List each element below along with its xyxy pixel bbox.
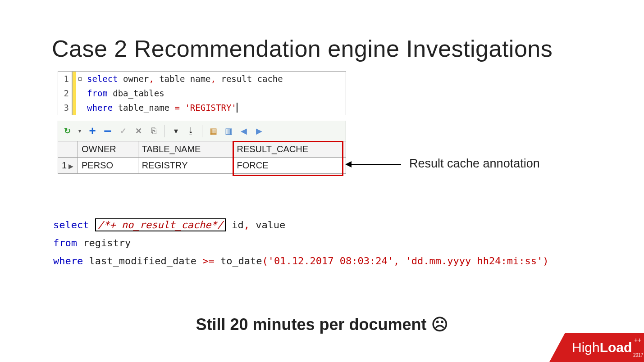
- cancel-icon[interactable]: ✕: [133, 126, 144, 136]
- filter-dropdown-icon[interactable]: ▾: [170, 126, 181, 136]
- code-line: from dba_tables: [84, 86, 346, 100]
- gutter-highlight: [73, 72, 76, 86]
- cell-table-name[interactable]: REGISTRY: [138, 158, 233, 174]
- table-row[interactable]: 1▶ PERSO REGISTRY FORCE: [58, 158, 346, 174]
- prev-icon[interactable]: ◀: [238, 126, 249, 136]
- add-row-icon[interactable]: +: [87, 126, 98, 136]
- sql-editor: 1 ⊟ select owner, table_name, result_cac…: [58, 71, 346, 115]
- confirm-icon[interactable]: ✓: [118, 126, 128, 136]
- cell-owner[interactable]: PERSO: [78, 158, 138, 174]
- conclusion-text: Still 20 minutes per document ☹: [0, 315, 644, 334]
- grid-view-icon[interactable]: ▦: [208, 126, 219, 136]
- gutter-highlight: [73, 100, 76, 115]
- modified-query: select /*+ no_result_cache*/ id, value f…: [53, 216, 548, 270]
- fold-toggle[interactable]: ⊟: [76, 72, 84, 86]
- last-row-icon[interactable]: ⭳: [186, 126, 196, 136]
- row-number-cell: 1▶: [58, 158, 78, 174]
- row-indicator-icon: ▶: [69, 163, 73, 170]
- arrow-head-icon: [345, 161, 352, 167]
- refresh-icon[interactable]: ↻: [62, 126, 73, 136]
- col-header-result-cache[interactable]: RESULT_CACHE: [233, 141, 346, 158]
- code-line: where table_name = 'REGISTRY': [84, 100, 346, 115]
- svg-text:HighLoad: HighLoad: [572, 340, 632, 355]
- next-icon[interactable]: ▶: [254, 126, 265, 136]
- col-header-table-name[interactable]: TABLE_NAME: [138, 141, 233, 158]
- code-line: select owner, table_name, result_cache: [84, 72, 346, 86]
- fold-gutter: [76, 100, 84, 115]
- row-header-blank: [58, 141, 78, 158]
- toolbar-separator: [164, 125, 165, 137]
- cell-result-cache[interactable]: FORCE: [233, 158, 346, 174]
- single-record-icon[interactable]: ▥: [223, 126, 234, 136]
- col-header-owner[interactable]: OWNER: [78, 141, 138, 158]
- arrow-line: [352, 164, 401, 165]
- svg-text:++: ++: [634, 336, 641, 344]
- slide-title: Case 2 Recommendation engine Investigati…: [52, 35, 553, 62]
- results-toolbar: ↻ ▾ + − ✓ ✕ ⎘ ▾ ⭳ ▦ ▥ ◀ ▶: [58, 121, 346, 141]
- commit-icon[interactable]: ⎘: [148, 126, 159, 136]
- results-grid: OWNER TABLE_NAME RESULT_CACHE 1▶ PERSO R…: [58, 141, 346, 174]
- highload-logo: HighLoad ++ 2017: [549, 330, 644, 362]
- table-header-row: OWNER TABLE_NAME RESULT_CACHE: [58, 141, 346, 158]
- annotation-text: Result cache annotation: [409, 157, 540, 171]
- svg-text:2017: 2017: [633, 353, 644, 357]
- remove-row-icon[interactable]: −: [102, 126, 113, 136]
- fold-gutter: [76, 86, 84, 100]
- refresh-dropdown-icon[interactable]: ▾: [77, 126, 82, 136]
- line-number: 3: [58, 100, 73, 115]
- line-number: 2: [58, 86, 73, 100]
- hint-box: /*+ no_result_cache*/: [95, 218, 226, 231]
- line-number: 1: [58, 72, 73, 86]
- gutter-highlight: [73, 86, 76, 100]
- toolbar-separator: [202, 125, 202, 137]
